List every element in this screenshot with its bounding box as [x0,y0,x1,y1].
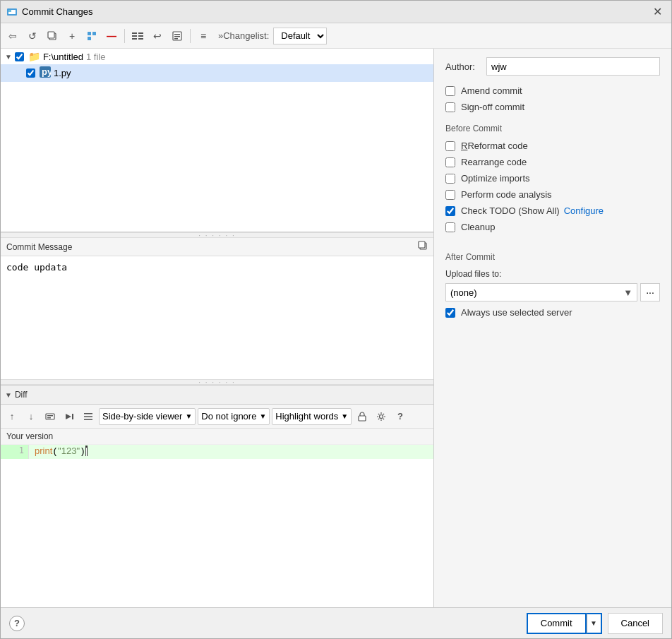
diff-line-num-1: 1 [1,445,29,459]
diff-btn-down[interactable]: ↓ [23,408,40,425]
commit-button[interactable]: Commit [527,613,587,634]
diff-btn-copy-right[interactable] [61,408,78,425]
diff-btn-copy-left[interactable] [42,408,59,425]
author-label: Author: [445,61,481,72]
main-content: ▼ 📁 F:\untitled 1 file py 1.py [1,49,671,607]
bottom-right: Commit ▼ Cancel [527,613,663,634]
perform-analysis-checkbox[interactable] [445,190,455,200]
always-use-server-checkbox[interactable] [445,308,455,318]
diff-line-1: 1 print("123")| [1,445,433,459]
cleanup-label: Cleanup [461,222,495,232]
toolbar-btn-list[interactable]: ≡ [194,27,212,45]
changelist-dropdown[interactable]: Default [273,28,327,44]
diff-btn-settings[interactable] [80,408,97,425]
highlight-dropdown[interactable]: Highlight words ▼ [272,408,352,425]
upload-more-button[interactable]: ··· [640,283,660,301]
diff-btn-help[interactable]: ? [392,408,409,425]
svg-rect-7 [88,37,91,40]
viewer-dropdown[interactable]: Side-by-side viewer ▼ [99,408,196,425]
commit-message-copy-icon[interactable] [418,241,428,253]
ignore-dropdown-label: Do not ignore [201,411,256,422]
toolbar-btn-prev[interactable]: ⇦ [4,27,22,45]
svg-rect-17 [174,38,178,40]
author-row: Author: [445,57,660,76]
title-bar: Commit Changes ✕ [1,1,671,23]
file-checkbox[interactable] [26,68,35,78]
svg-rect-21 [419,241,425,248]
rearrange-code-row: Rearrange code [445,157,660,167]
optimize-imports-checkbox[interactable] [445,174,455,184]
close-button[interactable]: ✕ [649,4,666,20]
diff-version-label: Your version [1,429,433,445]
folder-icon: 📁 [28,51,40,62]
diff-btn-up[interactable]: ↑ [4,408,20,425]
toolbar-sep-1 [124,29,125,43]
before-commit-header: Before Commit [445,124,660,133]
toolbar-btn-diff[interactable] [128,27,147,45]
bottom-left: ? [9,616,25,631]
toolbar-btn-copy[interactable] [43,27,61,45]
svg-rect-5 [88,32,91,35]
check-todo-checkbox[interactable] [445,206,455,216]
ignore-dropdown[interactable]: Do not ignore ▼ [198,408,270,425]
help-button[interactable]: ? [9,616,25,631]
diff-content: Your version 1 print("123")| [1,429,433,607]
ignore-dropdown-arrow: ▼ [259,412,266,420]
svg-rect-12 [132,38,137,40]
svg-rect-30 [359,416,366,421]
commit-dropdown-arrow[interactable]: ▼ [587,613,602,634]
svg-rect-4 [48,32,54,38]
svg-rect-23 [47,415,53,417]
reformat-code-row: RReformat code [445,141,660,151]
rearrange-code-checkbox[interactable] [445,157,455,167]
upload-dropdown[interactable]: (none) ▼ [445,283,637,301]
diff-btn-gear[interactable] [373,408,390,425]
optimize-imports-label: Optimize imports [461,173,530,184]
svg-rect-11 [138,35,143,37]
changelist-select[interactable]: Default [273,28,327,44]
cleanup-checkbox[interactable] [445,222,455,232]
svg-text:py: py [42,66,51,77]
diff-collapse-icon[interactable]: ▼ [5,391,12,399]
toolbar-btn-move[interactable] [83,27,101,45]
toolbar-btn-undo[interactable]: ↩ [148,27,167,45]
highlight-dropdown-label: Highlight words [275,411,338,422]
reformat-code-checkbox[interactable] [445,141,455,151]
after-commit-section: After Commit Upload files to: (none) ▼ ·… [445,246,660,323]
always-use-server-label: Always use selected server [461,307,572,318]
toolbar-btn-remove[interactable]: — [102,27,121,45]
toolbar-btn-add[interactable]: + [63,27,81,45]
commit-message-header: Commit Message [1,238,433,256]
file-item[interactable]: py 1.py [1,64,433,82]
commit-message-section: Commit Message code updata [1,238,433,379]
reformat-code-label: RReformat code [461,141,528,151]
svg-rect-29 [84,419,92,420]
diff-btn-lock[interactable] [354,408,371,425]
upload-dropdown-arrow: ▼ [623,287,632,298]
toolbar-btn-note[interactable] [168,27,186,45]
svg-rect-2 [8,10,11,12]
resize-handle-top[interactable]: · · · · · · [1,232,433,238]
viewer-dropdown-label: Side-by-side viewer [102,411,182,422]
commit-message-input[interactable]: code updata [1,256,433,379]
commit-message-label: Commit Message [6,242,72,252]
sign-off-commit-row: Sign-off commit [445,102,660,112]
sign-off-commit-checkbox[interactable] [445,102,455,112]
after-commit-header: After Commit [445,252,660,262]
svg-rect-10 [132,35,137,37]
cancel-button[interactable]: Cancel [608,613,663,634]
configure-link[interactable]: Configure [564,205,604,216]
right-panel: Author: Amend commit Sign-off commit Bef… [434,49,671,607]
upload-row: (none) ▼ ··· [445,283,660,301]
toolbar-btn-refresh[interactable]: ↺ [23,27,42,45]
folder-checkbox[interactable] [15,52,24,61]
folder-item[interactable]: ▼ 📁 F:\untitled 1 file [1,49,433,64]
file-tree: ▼ 📁 F:\untitled 1 file py 1.py [1,49,433,232]
svg-rect-6 [92,32,96,35]
author-input[interactable] [486,57,660,76]
left-panel: ▼ 📁 F:\untitled 1 file py 1.py [1,49,434,607]
resize-handle-bottom[interactable]: · · · · · · [1,379,433,385]
amend-commit-checkbox[interactable] [445,86,455,96]
svg-rect-15 [174,34,180,35]
svg-rect-13 [138,38,143,40]
